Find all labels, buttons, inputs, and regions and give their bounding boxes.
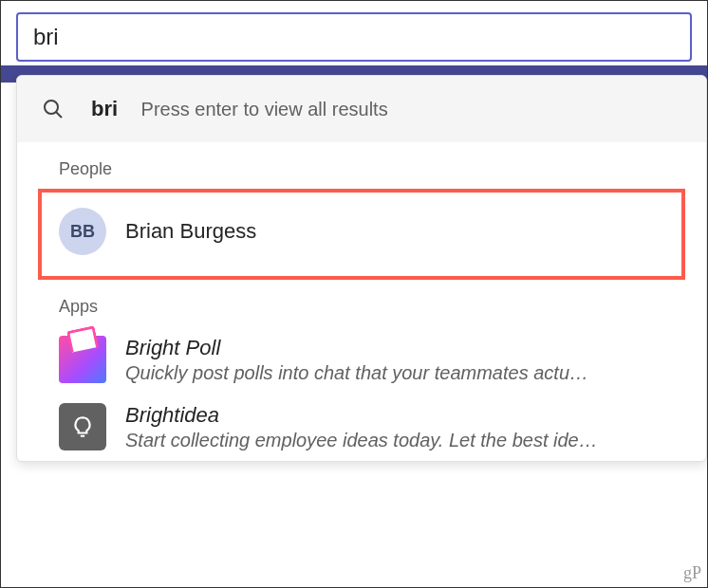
search-query-echo: bri: [91, 97, 118, 120]
app-description: Quickly post polls into chat that your t…: [125, 362, 681, 384]
view-all-results-row[interactable]: bri Press enter to view all results: [17, 76, 706, 142]
people-section-header: People: [17, 142, 706, 189]
app-title: Brightidea: [125, 403, 681, 428]
app-result-bright-poll[interactable]: Bright Poll Quickly post polls into chat…: [17, 326, 706, 394]
person-name: Brian Burgess: [125, 219, 661, 244]
app-result-brightidea[interactable]: Brightidea Start collecting employee ide…: [17, 394, 706, 461]
people-result-brian-burgess[interactable]: BB Brian Burgess: [38, 189, 685, 280]
svg-point-0: [45, 101, 58, 114]
search-bar[interactable]: [16, 12, 692, 62]
avatar: BB: [59, 208, 106, 255]
svg-line-1: [56, 112, 62, 118]
search-icon: [42, 98, 65, 120]
all-results-text: bri Press enter to view all results: [91, 97, 388, 121]
watermark: gP: [683, 563, 701, 583]
search-hint: Press enter to view all results: [141, 99, 388, 119]
lightbulb-icon: [70, 414, 95, 439]
search-input[interactable]: [33, 24, 675, 50]
app-description: Start collecting employee ideas today. L…: [125, 430, 681, 451]
app-title: Bright Poll: [125, 336, 681, 360]
brightidea-icon: [59, 403, 106, 450]
bright-poll-icon: [59, 336, 106, 383]
search-dropdown: bri Press enter to view all results Peop…: [16, 75, 707, 462]
apps-section-header: Apps: [17, 280, 706, 326]
